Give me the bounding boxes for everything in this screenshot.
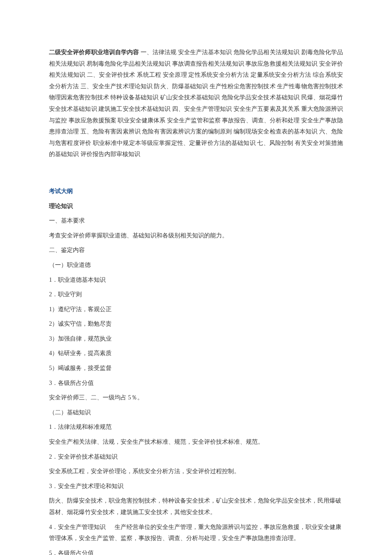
body-line: 3）加强自律，规范执业 — [49, 333, 343, 345]
body-line: 5）竭诚服务，接受监督 — [49, 363, 343, 374]
intro-lead: 二级安全评价师职业培训自学内容 — [49, 49, 139, 55]
body-line: 2．安全评价技术基础知识 — [49, 451, 343, 463]
body-line: 1）遵纪守法，客观公正 — [49, 304, 343, 315]
body-line: （二）基础知识 — [49, 407, 343, 419]
body-line: 2）诚实守信，勤勉尽责 — [49, 318, 343, 330]
body-line: 5．各级所占分值 — [49, 548, 343, 555]
body-line: 1．职业道德基本知识 — [49, 275, 343, 286]
body-line: 1．法律法规和标准规范 — [49, 422, 343, 433]
body-line: 防火、防爆安全技术，职业危害控制技术，特种设备安全技术，矿山安全技术，危险化学品… — [49, 495, 343, 518]
body-line: 考查安全评价师掌握职业道德、基础知识和各级别相关知识的能力。 — [49, 230, 343, 242]
body-line: 二、鉴定内容 — [49, 245, 343, 256]
body-line: 3．安全生产技术理论和知识 — [49, 481, 343, 492]
body-line: 一、基本要求 — [49, 215, 343, 227]
sub-heading-theory: 理论知识 — [49, 201, 343, 212]
intro-body: 一、法律法规 安全生产法基本知识 危险化学品相关法规知识 剧毒危险化学品相关法规… — [49, 49, 343, 157]
body-line: 3．各级所占分值 — [49, 378, 343, 389]
body-line: 安全系统工程，安全评价理论，系统安全分析方法，安全评价过程控制。 — [49, 466, 343, 477]
body-line: 4．安全生产管理知识 生产经营单位的安全生产管理，重大危险源辨识与监控，事故应急… — [49, 522, 343, 544]
body-line: 安全评价师三、二、一级均占 5％。 — [49, 392, 343, 404]
body-line: 安全生产相关法律、法规，安全生产技术标准、规范，安全评价技术标准、规范。 — [49, 436, 343, 448]
section-heading-exam-outline: 考试大纲 — [49, 186, 343, 197]
body-line: 2．职业守则 — [49, 289, 343, 301]
body-line: （一）职业道德 — [49, 260, 343, 271]
intro-paragraph: 二级安全评价师职业培训自学内容 一、法律法规 安全生产法基本知识 危险化学品相关… — [49, 47, 343, 160]
body-line: 4）钻研业务，提高素质 — [49, 348, 343, 359]
